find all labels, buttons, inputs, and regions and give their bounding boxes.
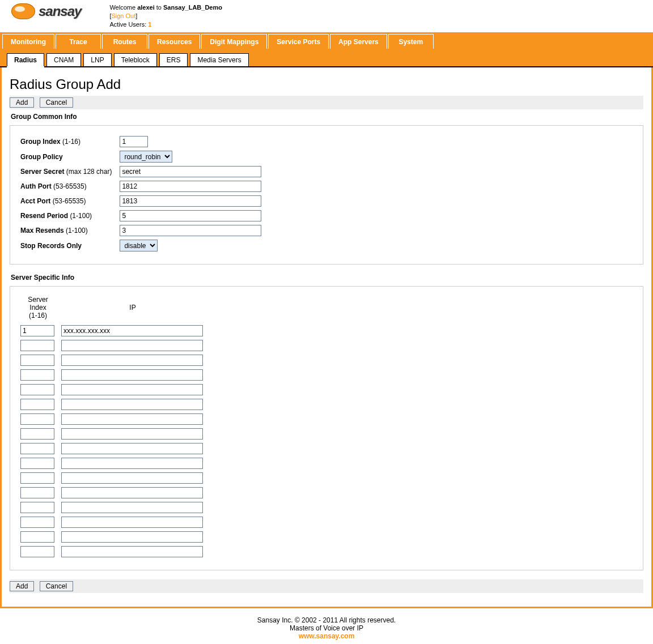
server-index-input[interactable] xyxy=(20,325,54,336)
server-ip-input[interactable] xyxy=(61,428,203,440)
server-row xyxy=(18,530,206,544)
group-policy-select[interactable]: round_robin xyxy=(120,151,172,163)
server-row xyxy=(18,427,206,441)
server-ip-input[interactable] xyxy=(61,325,203,336)
acct-port-input[interactable] xyxy=(120,195,261,207)
welcome-prefix: Welcome xyxy=(109,4,135,11)
server-row xyxy=(18,398,206,411)
active-users-label: Active Users: xyxy=(109,21,146,28)
server-ip-input[interactable] xyxy=(61,384,203,395)
server-index-input[interactable] xyxy=(20,517,54,528)
server-index-header: Server Index(1-16) xyxy=(18,296,58,323)
stop-records-select[interactable]: disable xyxy=(120,240,158,251)
sub-tab-lnp[interactable]: LNP xyxy=(83,53,111,66)
bottom-button-row: Add Cancel xyxy=(10,579,643,593)
cancel-button[interactable]: Cancel xyxy=(40,97,73,108)
page-title: Radius Group Add xyxy=(10,76,643,92)
main-nav-digit-mappings[interactable]: Digit Mappings xyxy=(201,34,267,49)
server-ip-input[interactable] xyxy=(61,517,203,528)
sub-tab-teleblock[interactable]: Teleblock xyxy=(114,53,157,66)
server-ip-input[interactable] xyxy=(61,369,203,381)
main-nav-system[interactable]: System xyxy=(388,34,434,49)
server-row xyxy=(18,442,206,455)
server-secret-hint: (max 128 char) xyxy=(66,168,112,176)
main-nav-trace[interactable]: Trace xyxy=(56,34,101,49)
stop-records-label: Stop Records Only xyxy=(20,242,82,250)
server-row xyxy=(18,515,206,529)
welcome-block: Welcome alexei to Sansay_LAB_Demo [Sign … xyxy=(109,3,222,29)
active-users-count: 1 xyxy=(148,21,151,28)
resend-period-label: Resend Period xyxy=(20,212,68,220)
footer-link[interactable]: www.sansay.com xyxy=(299,632,355,640)
server-ip-input[interactable] xyxy=(61,413,203,425)
resend-period-input[interactable] xyxy=(120,210,261,221)
server-row xyxy=(18,501,206,514)
server-row xyxy=(18,412,206,426)
add-button[interactable]: Add xyxy=(10,97,34,108)
welcome-username: alexei xyxy=(137,4,155,11)
group-index-input[interactable] xyxy=(120,136,148,147)
main-nav-monitoring[interactable]: Monitoring xyxy=(2,34,54,49)
server-index-input[interactable] xyxy=(20,487,54,498)
main-nav-app-servers[interactable]: App Servers xyxy=(330,34,387,49)
server-index-input[interactable] xyxy=(20,355,54,366)
server-index-input[interactable] xyxy=(20,369,54,381)
server-ip-input[interactable] xyxy=(61,546,203,557)
server-ip-input[interactable] xyxy=(61,531,203,543)
server-row xyxy=(18,353,206,367)
auth-port-hint: (53-65535) xyxy=(53,182,87,190)
group-common-box: Group Index (1-16) Group Policy round_ro… xyxy=(10,125,643,265)
server-ip-input[interactable] xyxy=(61,399,203,410)
sub-tab-cnam[interactable]: CNAM xyxy=(46,53,81,66)
server-index-input[interactable] xyxy=(20,413,54,425)
server-row xyxy=(18,383,206,396)
sub-nav: RadiusCNAMLNPTeleblockERSMedia Servers xyxy=(0,53,653,67)
welcome-system: Sansay_LAB_Demo xyxy=(163,4,222,11)
main-nav-resources[interactable]: Resources xyxy=(149,34,200,49)
sign-out-link[interactable]: Sign Out xyxy=(111,12,135,19)
server-row xyxy=(18,457,206,470)
sub-tab-media-servers[interactable]: Media Servers xyxy=(190,53,248,66)
server-index-input[interactable] xyxy=(20,458,54,469)
acct-port-label: Acct Port xyxy=(20,197,50,205)
server-index-input[interactable] xyxy=(20,531,54,543)
server-ip-header: IP xyxy=(59,296,206,323)
main-nav-routes[interactable]: Routes xyxy=(102,34,147,49)
main-nav-service-ports[interactable]: Service Ports xyxy=(268,34,329,49)
server-index-input[interactable] xyxy=(20,428,54,440)
auth-port-input[interactable] xyxy=(120,181,261,192)
server-secret-input[interactable] xyxy=(120,166,261,177)
add-button-bottom[interactable]: Add xyxy=(10,581,34,591)
server-specific-box: Server Index(1-16) IP xyxy=(10,286,643,570)
server-ip-input[interactable] xyxy=(61,502,203,513)
server-row xyxy=(18,324,206,338)
server-index-input[interactable] xyxy=(20,546,54,557)
server-index-input[interactable] xyxy=(20,399,54,410)
server-index-input[interactable] xyxy=(20,443,54,454)
cancel-button-bottom[interactable]: Cancel xyxy=(40,581,73,591)
sub-tab-ers[interactable]: ERS xyxy=(159,53,188,66)
max-resends-label: Max Resends xyxy=(20,227,64,234)
server-row xyxy=(18,368,206,382)
max-resends-hint: (1-100) xyxy=(66,227,88,234)
server-index-input[interactable] xyxy=(20,472,54,484)
server-ip-input[interactable] xyxy=(61,355,203,366)
server-specific-title: Server Specific Info xyxy=(11,274,643,282)
group-common-title: Group Common Info xyxy=(11,113,643,121)
logo-icon xyxy=(11,3,35,19)
server-ip-input[interactable] xyxy=(61,458,203,469)
sub-tab-radius[interactable]: Radius xyxy=(7,53,44,66)
server-index-input[interactable] xyxy=(20,340,54,351)
server-ip-input[interactable] xyxy=(61,443,203,454)
server-index-input[interactable] xyxy=(20,384,54,395)
auth-port-label: Auth Port xyxy=(20,182,52,190)
server-ip-input[interactable] xyxy=(61,340,203,351)
server-ip-input[interactable] xyxy=(61,487,203,498)
server-index-input[interactable] xyxy=(20,502,54,513)
footer: Sansay Inc. © 2002 - 2011 All rights res… xyxy=(0,608,653,644)
server-ip-input[interactable] xyxy=(61,472,203,484)
server-row xyxy=(18,486,206,500)
logo-text: sansay xyxy=(39,3,81,19)
group-index-label: Group Index xyxy=(20,138,61,146)
max-resends-input[interactable] xyxy=(120,225,261,236)
